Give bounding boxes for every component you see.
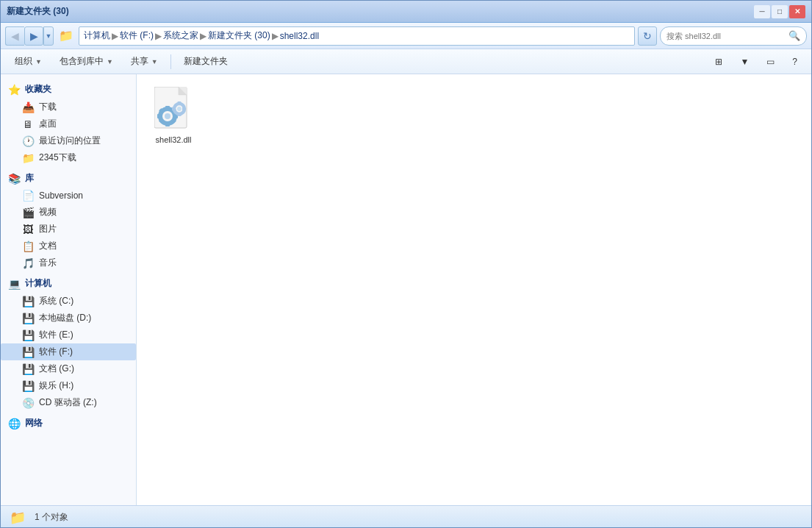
forward-button[interactable]: ▶ [24,26,43,46]
sidebar-item-doc-g[interactable]: 💾 文档 (G:) [1,360,136,377]
network-section: 🌐 网络 [1,414,136,432]
include-library-dropdown-arrow: ▼ [107,58,113,65]
view-dropdown-arrow: ▼ [740,57,749,67]
file-name-shell32: shell32.dll [156,135,192,144]
main-layout: ⭐ 收藏夹 📥 下载 🖥 桌面 🕐 最近访问的位置 📁 2345下载 [1,74,811,505]
svg-rect-5 [165,106,170,110]
svg-rect-16 [178,113,182,116]
maximize-button[interactable]: □ [772,5,788,18]
favorites-icon: ⭐ [8,84,21,96]
computer-label: 计算机 [25,277,51,290]
local-d-icon: 💾 [21,313,35,324]
sidebar-item-soft-f[interactable]: 💾 软件 (F:) [1,343,136,360]
network-icon: 🌐 [8,418,21,429]
favorites-header[interactable]: ⭐ 收藏夹 [1,80,136,99]
include-library-label: 包含到库中 [60,55,104,68]
search-box: 🔍 [660,26,807,46]
doc-g-label: 文档 (G:) [39,363,129,375]
nav-dropdown-button[interactable]: ▼ [43,26,54,46]
videos-label: 视频 [39,206,129,218]
system-c-icon: 💾 [21,296,35,307]
address-bar: ◀ ▶ ▼ 📁 计算机 ▶ 软件 (F:) ▶ 系统之家 ▶ 新建文件夹 (30… [1,23,811,49]
sidebar-item-documents[interactable]: 📋 文档 [1,238,136,254]
computer-icon: 💻 [8,278,21,290]
svg-rect-6 [165,123,170,126]
2345-icon: 📁 [21,152,35,164]
help-button[interactable]: ? [784,52,805,71]
minimize-button[interactable]: ─ [754,5,770,18]
new-folder-label: 新建文件夹 [184,55,228,68]
svg-rect-15 [178,101,182,104]
sidebar-item-recent[interactable]: 🕐 最近访问的位置 [1,132,136,149]
library-section: 📚 库 📄 Subversion 🎬 视频 🖼 图片 📋 文档 🎵 音乐 [1,169,136,271]
window-title: 新建文件夹 (30) [7,5,69,18]
dll-icon-shell32 [154,87,193,131]
search-input[interactable] [667,32,786,40]
sidebar-item-system-c[interactable]: 💾 系统 (C:) [1,293,136,310]
pictures-label: 图片 [39,223,129,235]
sidebar-item-cd-z[interactable]: 💿 CD 驱动器 (Z:) [1,394,136,411]
downloads-label: 下载 [39,101,129,113]
sidebar-item-local-d[interactable]: 💾 本地磁盘 (D:) [1,310,136,327]
subversion-icon: 📄 [21,190,35,201]
sidebar: ⭐ 收藏夹 📥 下载 🖥 桌面 🕐 最近访问的位置 📁 2345下载 [1,74,137,505]
share-button[interactable]: 共享 ▼ [123,52,166,71]
system-c-label: 系统 (C:) [39,295,129,307]
svg-rect-18 [182,107,185,111]
network-header[interactable]: 🌐 网络 [1,414,136,432]
status-count: 1 个对象 [35,511,68,524]
organize-button[interactable]: 组织 ▼ [7,52,50,71]
close-button[interactable]: ✕ [789,5,805,18]
toolbar-divider [170,54,171,69]
sidebar-item-ent-h[interactable]: 💾 娱乐 (H:) [1,377,136,394]
svg-rect-17 [172,107,175,111]
documents-icon: 📋 [21,240,35,252]
preview-pane-button[interactable]: ▭ [758,52,783,71]
cd-z-label: CD 驱动器 (Z:) [39,396,129,409]
path-file[interactable]: shell32.dll [280,31,319,41]
file-icon-wrapper-shell32 [150,85,197,132]
title-bar: 新建文件夹 (30) ─ □ ✕ [1,1,811,23]
preview-icon: ▭ [766,57,775,67]
library-icon: 📚 [8,173,21,185]
computer-header[interactable]: 💻 计算机 [1,274,136,293]
path-drive[interactable]: 软件 (F:) [120,29,154,42]
share-dropdown-arrow: ▼ [151,58,158,65]
view-dropdown-button[interactable]: ▼ [732,52,757,71]
up-folder-button[interactable]: 📁 [57,26,76,46]
path-folder1[interactable]: 系统之家 [163,29,198,42]
path-computer[interactable]: 计算机 [84,29,110,42]
help-icon: ? [792,57,797,67]
subversion-label: Subversion [39,190,129,201]
address-path[interactable]: 计算机 ▶ 软件 (F:) ▶ 系统之家 ▶ 新建文件夹 (30) ▶ shel… [79,26,635,46]
sidebar-item-pictures[interactable]: 🖼 图片 [1,221,136,238]
sidebar-item-videos[interactable]: 🎬 视频 [1,204,136,221]
cd-z-icon: 💿 [21,397,35,409]
music-label: 音乐 [39,257,129,269]
sidebar-item-downloads[interactable]: 📥 下载 [1,99,136,115]
sidebar-item-soft-e[interactable]: 💾 软件 (E:) [1,327,136,343]
path-folder2[interactable]: 新建文件夹 (30) [208,29,270,42]
svg-point-4 [165,113,170,119]
downloads-icon: 📥 [21,101,35,113]
view-button[interactable]: ⊞ [707,52,730,71]
local-d-label: 本地磁盘 (D:) [39,312,129,324]
file-item-shell32[interactable]: shell32.dll [144,82,203,148]
sidebar-item-music[interactable]: 🎵 音乐 [1,254,136,271]
sidebar-item-subversion[interactable]: 📄 Subversion [1,188,136,204]
sidebar-item-desktop[interactable]: 🖥 桌面 [1,115,136,132]
back-button[interactable]: ◀ [5,26,24,46]
new-folder-button[interactable]: 新建文件夹 [176,52,236,71]
library-header[interactable]: 📚 库 [1,169,136,188]
organize-dropdown-arrow: ▼ [35,58,42,65]
sidebar-item-2345[interactable]: 📁 2345下载 [1,149,136,166]
dll-file-svg [154,87,193,131]
include-library-button[interactable]: 包含到库中 ▼ [51,52,121,71]
soft-f-label: 软件 (F:) [39,346,129,358]
favorites-section: ⭐ 收藏夹 📥 下载 🖥 桌面 🕐 最近访问的位置 📁 2345下载 [1,80,136,166]
library-label: 库 [25,172,34,185]
search-icon[interactable]: 🔍 [788,30,800,41]
svg-rect-7 [157,114,161,118]
desktop-label: 桌面 [39,118,129,130]
refresh-button[interactable]: ↻ [638,26,657,46]
